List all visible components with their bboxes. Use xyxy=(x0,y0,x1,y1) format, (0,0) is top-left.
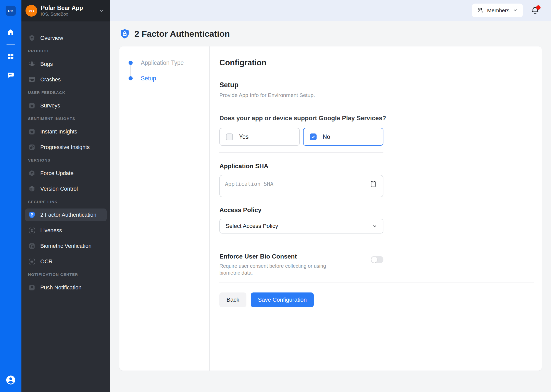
bell-square-icon xyxy=(28,284,36,291)
application-sha-label: Application SHA xyxy=(219,163,534,170)
sidebar-item-ocr[interactable]: OCR xyxy=(25,255,107,268)
footer-divider xyxy=(219,283,534,283)
wizard-step-setup[interactable]: Setup xyxy=(129,75,209,82)
sidebar-item-label: Force Update xyxy=(40,170,73,177)
gps-options: YesNo xyxy=(219,128,534,146)
fingerprint-square-icon xyxy=(28,242,36,250)
sidebar-item-biometric-verification[interactable]: Biometric Verification xyxy=(25,240,107,252)
sidebar-item-instant-insights[interactable]: Instant Insights xyxy=(25,125,107,138)
sidebar-item-label: Crashes xyxy=(40,77,61,83)
home-icon[interactable] xyxy=(7,28,15,36)
config-form: Configration Setup Provide App Info for … xyxy=(210,46,542,371)
sidebar-item-label: Version Control xyxy=(40,186,78,192)
users-icon xyxy=(477,7,484,14)
sidebar: PB Polar Bear App iOS, SandBox OverviewP… xyxy=(21,0,110,392)
nav-section-user-feedback: USER FEEDBACK xyxy=(25,90,107,95)
overview-icon xyxy=(28,34,36,42)
stepper-connector xyxy=(130,65,131,76)
application-sha-input[interactable]: Application SHA xyxy=(219,175,383,197)
sidebar-item-surveys[interactable]: Surveys xyxy=(25,99,107,112)
sidebar-item-crashes[interactable]: Crashes xyxy=(25,73,107,86)
sidebar-item-label: Progressive Insights xyxy=(40,144,90,151)
rail-divider xyxy=(6,44,15,45)
step-label: Application Type xyxy=(141,59,184,66)
access-policy-label: Access Policy xyxy=(219,206,534,214)
sidebar-item-push-notification[interactable]: Push Notification xyxy=(25,281,107,294)
nav-section-product: PRODUCT xyxy=(25,48,107,54)
crashes-icon xyxy=(28,76,36,83)
chevron-down-icon xyxy=(372,224,377,229)
page-title: 2 Factor Authentication xyxy=(134,29,230,39)
sidebar-nav: OverviewPRODUCTBugsCrashesUSER FEEDBACKS… xyxy=(21,21,110,302)
apps-grid-icon[interactable] xyxy=(7,53,14,60)
sidebar-item-label: Overview xyxy=(40,35,63,41)
access-policy-value: Select Access Policy xyxy=(226,223,278,229)
chevron-down-icon xyxy=(98,8,105,14)
application-sha-placeholder: Application SHA xyxy=(225,181,273,187)
option-label: No xyxy=(323,133,330,140)
app-avatar: PB xyxy=(26,5,37,17)
sidebar-item-label: Instant Insights xyxy=(40,129,77,135)
wizard-stepper: Application TypeSetup xyxy=(119,46,209,82)
sidebar-item-liveness[interactable]: Liveness xyxy=(25,224,107,237)
consent-row: Enforce User Bio Consent Require user co… xyxy=(219,253,383,276)
actions-row: Back Save Configuration xyxy=(219,292,534,307)
app-root: PB PB Polar Bear App iOS, SandBox Overv xyxy=(0,0,551,392)
checkbox-unchecked-icon[interactable] xyxy=(226,133,233,140)
back-button[interactable]: Back xyxy=(219,292,246,307)
sidebar-item-progressive-insights[interactable]: Progressive Insights xyxy=(25,141,107,154)
config-card: Application TypeSetup Configration Setup… xyxy=(119,46,542,371)
sidebar-item-2-factor-authentication[interactable]: 2 Factor Authentication xyxy=(25,209,107,221)
app-subtitle: iOS, SandBox xyxy=(41,12,98,17)
sidebar-item-bugs[interactable]: Bugs xyxy=(25,58,107,70)
sidebar-item-version-control[interactable]: Version Control xyxy=(25,182,107,195)
face-scan-icon xyxy=(28,227,36,234)
link-square-icon xyxy=(28,143,36,151)
option-yes[interactable]: Yes xyxy=(219,128,300,146)
config-heading: Configration xyxy=(219,58,534,67)
step-dot-icon xyxy=(129,76,133,80)
consent-toggle[interactable] xyxy=(371,256,383,263)
wizard-step-application-type[interactable]: Application Type xyxy=(129,59,209,67)
checkbox-checked-icon[interactable] xyxy=(310,133,317,140)
section-divider xyxy=(219,242,383,242)
card-scan-icon xyxy=(28,258,36,265)
workspace-logo[interactable]: PB xyxy=(6,6,16,16)
notifications-bell-icon[interactable] xyxy=(531,6,540,15)
gps-support-question: Does your app or device support Google P… xyxy=(219,115,534,122)
option-no[interactable]: No xyxy=(303,128,383,146)
page-title-row: 2 Factor Authentication xyxy=(119,28,542,40)
user-avatar-icon[interactable] xyxy=(5,375,16,385)
shield-lock-icon xyxy=(28,211,36,219)
sidebar-item-label: Surveys xyxy=(40,103,60,109)
star-square-icon xyxy=(28,102,36,109)
sidebar-item-label: 2 Factor Authentication xyxy=(40,212,96,218)
topbar: Members xyxy=(110,0,551,21)
save-configuration-button[interactable]: Save Configuration xyxy=(251,292,314,307)
main-area: Members 2 Factor Authentication xyxy=(110,0,551,392)
bug-icon xyxy=(28,60,36,68)
chat-icon[interactable] xyxy=(7,71,15,79)
setup-section-title: Setup xyxy=(219,81,534,89)
app-name: Polar Bear App xyxy=(41,5,98,11)
app-switcher[interactable]: PB Polar Bear App iOS, SandBox xyxy=(21,0,110,21)
nav-section-sentiment-insights: SENTIMENT INSIGHTS xyxy=(25,116,107,121)
members-button[interactable]: Members xyxy=(472,4,523,17)
sidebar-item-label: Liveness xyxy=(40,227,62,234)
sidebar-item-label: OCR xyxy=(40,259,53,265)
notification-badge xyxy=(536,5,541,10)
sidebar-item-force-update[interactable]: Force Update xyxy=(25,167,107,180)
chevron-down-icon xyxy=(513,8,518,14)
nav-section-secure-link: SECURE LINK xyxy=(25,199,107,204)
section-divider xyxy=(219,152,383,153)
step-label: Setup xyxy=(141,75,156,82)
toggle-knob xyxy=(371,257,377,263)
access-policy-select[interactable]: Select Access Policy xyxy=(219,219,383,234)
consent-title: Enforce User Bio Consent xyxy=(219,253,334,260)
clipboard-icon[interactable] xyxy=(369,180,377,188)
heart-square-icon xyxy=(28,128,36,136)
setup-section-subtitle: Provide App Info for Environment Setup. xyxy=(219,92,534,98)
shield-lock-icon xyxy=(119,28,130,40)
sidebar-item-overview[interactable]: Overview xyxy=(25,32,107,44)
arrow-up-hexagon-icon xyxy=(28,169,36,177)
